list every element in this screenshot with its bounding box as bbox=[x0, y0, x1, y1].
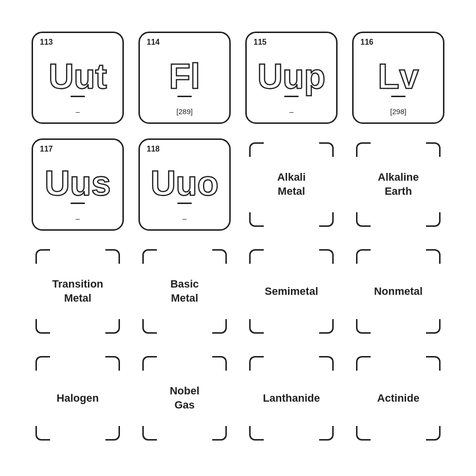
corner-tl bbox=[35, 356, 50, 371]
element-card: 118Uuo– bbox=[138, 138, 231, 231]
corner-bl bbox=[249, 426, 264, 441]
corner-bl bbox=[142, 319, 157, 334]
corner-tr bbox=[105, 356, 120, 371]
corner-tl bbox=[356, 356, 371, 371]
corner-tl bbox=[35, 249, 50, 264]
element-dash bbox=[177, 96, 192, 97]
corner-bl bbox=[142, 426, 157, 441]
corner-tr bbox=[319, 249, 334, 264]
corner-tl bbox=[356, 142, 371, 157]
element-mass: – bbox=[183, 214, 187, 222]
corner-br bbox=[319, 426, 334, 441]
category-card: Lanthanide bbox=[245, 352, 338, 444]
corner-br bbox=[105, 319, 120, 334]
element-number: 118 bbox=[147, 145, 160, 153]
element-card: 117Uus– bbox=[32, 138, 124, 231]
element-symbol: Fl bbox=[169, 59, 200, 94]
corner-tl bbox=[249, 249, 264, 264]
element-mass: – bbox=[289, 107, 293, 116]
corner-br bbox=[105, 426, 120, 441]
category-card: BasicMetal bbox=[138, 245, 231, 338]
corner-bl bbox=[35, 319, 50, 334]
element-mass: – bbox=[76, 214, 80, 222]
element-symbol: Lv bbox=[378, 59, 419, 94]
category-card: Semimetal bbox=[245, 245, 338, 338]
corner-br bbox=[426, 319, 441, 334]
element-card: 114Fl[289] bbox=[138, 32, 231, 124]
category-card: Actinide bbox=[352, 352, 444, 444]
corner-br bbox=[212, 319, 227, 334]
corner-tl bbox=[356, 249, 371, 264]
element-dash bbox=[70, 96, 85, 97]
category-card: Nonmetal bbox=[352, 245, 444, 338]
category-card: NobelGas bbox=[138, 352, 231, 444]
category-label: TransitionMetal bbox=[52, 277, 103, 305]
category-label: AlkaliMetal bbox=[277, 170, 306, 198]
corner-tl bbox=[142, 249, 157, 264]
periodic-table-grid: 113Uut–114Fl[289]115Uup–116Lv[298]117Uus… bbox=[12, 12, 464, 464]
element-symbol: Uup bbox=[257, 59, 325, 94]
element-dash bbox=[284, 96, 299, 97]
element-symbol: Uuo bbox=[151, 166, 219, 201]
element-number: 113 bbox=[40, 38, 53, 47]
corner-tl bbox=[249, 142, 264, 157]
category-card: Halogen bbox=[32, 352, 124, 444]
corner-tr bbox=[319, 142, 334, 157]
category-label: NobelGas bbox=[170, 384, 199, 412]
element-dash bbox=[70, 203, 85, 204]
category-label: Actinide bbox=[377, 391, 420, 406]
corner-tr bbox=[426, 142, 441, 157]
corner-bl bbox=[356, 319, 371, 334]
element-number: 114 bbox=[147, 38, 160, 47]
element-card: 115Uup– bbox=[245, 32, 338, 124]
corner-tr bbox=[105, 249, 120, 264]
category-label: Lanthanide bbox=[263, 391, 320, 406]
element-symbol: Uus bbox=[45, 166, 111, 201]
corner-bl bbox=[356, 426, 371, 441]
element-symbol: Uut bbox=[49, 59, 107, 94]
element-mass: – bbox=[76, 107, 80, 116]
corner-bl bbox=[249, 212, 264, 227]
category-label: BasicMetal bbox=[170, 277, 199, 305]
corner-tr bbox=[212, 356, 227, 371]
corner-tr bbox=[426, 356, 441, 371]
corner-tl bbox=[249, 356, 264, 371]
element-number: 115 bbox=[254, 38, 267, 47]
category-card: TransitionMetal bbox=[32, 245, 124, 338]
element-number: 116 bbox=[360, 38, 374, 47]
corner-tr bbox=[319, 356, 334, 371]
corner-br bbox=[319, 319, 334, 334]
category-card: AlkalineEarth bbox=[352, 138, 444, 231]
category-label: Nonmetal bbox=[374, 285, 423, 299]
category-label: AlkalineEarth bbox=[378, 170, 419, 198]
corner-bl bbox=[356, 212, 371, 227]
element-dash bbox=[391, 96, 406, 97]
corner-br bbox=[212, 426, 227, 441]
corner-bl bbox=[35, 426, 50, 441]
corner-tr bbox=[426, 249, 441, 264]
corner-tl bbox=[142, 356, 157, 371]
corner-br bbox=[426, 426, 441, 441]
category-label: Halogen bbox=[57, 391, 99, 406]
corner-br bbox=[319, 212, 334, 227]
category-card: AlkaliMetal bbox=[245, 138, 338, 231]
corner-bl bbox=[249, 319, 264, 334]
corner-tr bbox=[212, 249, 227, 264]
corner-br bbox=[426, 212, 441, 227]
category-label: Semimetal bbox=[265, 285, 318, 299]
element-mass: [298] bbox=[390, 107, 406, 116]
element-number: 117 bbox=[40, 145, 53, 153]
element-mass: [289] bbox=[176, 107, 192, 116]
element-card: 113Uut– bbox=[32, 32, 124, 124]
element-dash bbox=[177, 203, 192, 204]
element-card: 116Lv[298] bbox=[352, 32, 444, 124]
